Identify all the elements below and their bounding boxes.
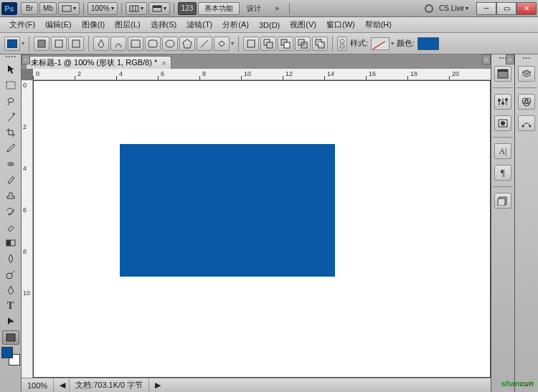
paths-panel-icon[interactable] — [518, 115, 535, 131]
ruler-vertical[interactable]: 0246810 — [22, 80, 33, 378]
rectangle-tool[interactable] — [2, 330, 19, 345]
character-panel-icon[interactable]: A| — [494, 143, 511, 159]
pen-tool[interactable] — [2, 283, 19, 297]
status-arrow[interactable]: ▶ — [149, 378, 161, 392]
custom-shape[interactable] — [214, 37, 230, 51]
minimize-button[interactable]: ─ — [476, 2, 496, 15]
arrange-docs-button[interactable] — [148, 2, 170, 15]
paragraph-panel-icon[interactable]: ¶ — [494, 165, 511, 181]
close-tab-icon[interactable]: × — [161, 59, 166, 67]
type-tool[interactable]: T — [2, 299, 19, 313]
pen-tool-opt[interactable] — [93, 37, 109, 51]
menu-file[interactable]: 文件(F) — [4, 19, 40, 30]
menu-3d[interactable]: 3D(D) — [254, 21, 285, 29]
wand-tool[interactable] — [2, 110, 19, 124]
svg-rect-16 — [267, 42, 273, 48]
cslive-button[interactable]: CS Live — [436, 2, 471, 15]
canvas[interactable] — [33, 80, 491, 378]
collapse-right-1[interactable]: » — [482, 54, 491, 64]
status-scrub[interactable]: ◀ — [54, 378, 70, 392]
dodge-tool[interactable] — [2, 267, 19, 282]
menu-window[interactable]: 窗口(W) — [321, 19, 360, 30]
layers-panel-icon[interactable] — [518, 66, 535, 82]
svg-point-41 — [501, 102, 504, 105]
move-tool[interactable] — [2, 62, 19, 77]
menu-select[interactable]: 选择(S) — [146, 19, 182, 30]
paths-mode[interactable] — [51, 37, 67, 51]
menu-view[interactable]: 视图(V) — [285, 19, 321, 30]
freeform-pen-opt[interactable] — [110, 37, 126, 51]
style-swatch[interactable] — [371, 37, 390, 50]
status-docinfo[interactable]: 文档:703.1K/0 字节 — [70, 378, 149, 392]
toolbox-grip[interactable] — [4, 56, 18, 60]
channels-panel-icon[interactable] — [518, 94, 535, 110]
workspace-essentials[interactable]: 基本功能 — [198, 2, 240, 15]
menu-filter[interactable]: 滤镜(T) — [181, 19, 217, 30]
svg-point-32 — [6, 273, 12, 279]
stamp-tool[interactable] — [2, 188, 19, 203]
maximize-button[interactable]: ▭ — [496, 2, 516, 15]
svg-point-51 — [529, 125, 532, 128]
shape-layers-mode[interactable] — [34, 37, 49, 51]
status-zoom[interactable]: 100% — [22, 378, 54, 392]
color-panel-icon[interactable] — [494, 66, 511, 82]
ruler-horizontal[interactable]: 02468101214161820 — [33, 69, 491, 80]
separator — [121, 3, 122, 14]
brush-tool[interactable] — [2, 173, 19, 187]
path-new[interactable] — [243, 37, 259, 51]
close-button[interactable]: ✕ — [516, 2, 537, 15]
fill-pixels-mode[interactable] — [68, 37, 84, 51]
foreground-color[interactable] — [1, 347, 13, 358]
gradient-tool[interactable] — [2, 236, 19, 250]
screen-mode-button[interactable] — [58, 2, 80, 15]
rounded-rect-shape[interactable] — [145, 37, 161, 51]
ellipse-shape[interactable] — [162, 37, 178, 51]
document-tab[interactable]: 未标题-1 @ 100% (形状 1, RGB/8) * × — [26, 56, 171, 69]
lasso-tool[interactable] — [2, 94, 19, 108]
link-icon[interactable] — [337, 37, 347, 51]
blur-tool[interactable] — [2, 252, 19, 266]
cslive-icon — [425, 4, 433, 13]
eyedropper-tool[interactable] — [2, 141, 19, 156]
history-panel-icon[interactable] — [494, 193, 511, 209]
color-picker[interactable] — [1, 347, 20, 365]
path-exclude[interactable] — [312, 37, 328, 51]
path-select-tool[interactable] — [2, 315, 19, 329]
menu-image[interactable]: 图像(I) — [77, 19, 110, 30]
eraser-tool[interactable] — [2, 220, 19, 234]
minibridge-button[interactable]: Mb — [39, 2, 57, 15]
history-brush-tool[interactable] — [2, 204, 19, 219]
panel-column-2 — [514, 54, 538, 392]
collapse-right-2[interactable]: » — [506, 54, 514, 64]
workspace-more[interactable]: » — [268, 2, 285, 15]
workspace-design[interactable]: 设计 — [241, 2, 267, 15]
panel-grip[interactable] — [517, 57, 536, 60]
svg-rect-36 — [498, 70, 508, 72]
workspace-num-button[interactable]: 123 — [178, 2, 197, 15]
path-add[interactable] — [260, 37, 276, 51]
rect-shape[interactable] — [128, 37, 143, 51]
adjustments-panel-icon[interactable] — [494, 94, 511, 110]
menu-analysis[interactable]: 分析(A) — [217, 19, 254, 30]
view-extras-button[interactable] — [126, 2, 147, 15]
shape-rectangle[interactable] — [120, 144, 335, 277]
path-subtract[interactable] — [278, 37, 293, 51]
marquee-tool[interactable] — [2, 78, 19, 92]
line-shape[interactable] — [197, 37, 212, 51]
menu-edit[interactable]: 编辑(E) — [40, 19, 77, 30]
tool-preset[interactable] — [4, 37, 20, 51]
healing-tool[interactable] — [2, 157, 19, 171]
crop-tool[interactable] — [2, 125, 19, 140]
polygon-icon — [182, 39, 192, 49]
masks-panel-icon[interactable] — [494, 115, 511, 131]
bridge-button[interactable]: Br — [21, 2, 38, 15]
zoom-level[interactable]: 100% — [88, 2, 118, 15]
menu-help[interactable]: 帮助(H) — [360, 19, 397, 30]
polygon-shape[interactable] — [179, 37, 195, 51]
menu-layer[interactable]: 图层(L) — [110, 19, 145, 30]
path-intersect[interactable] — [295, 37, 311, 51]
collapse-left[interactable]: « — [22, 54, 30, 64]
toolbox: T — [0, 54, 22, 392]
title-bar: Ps Br Mb 100% 123 基本功能 设计 » CS Live ─ ▭ … — [0, 0, 538, 17]
color-swatch[interactable] — [417, 37, 439, 50]
